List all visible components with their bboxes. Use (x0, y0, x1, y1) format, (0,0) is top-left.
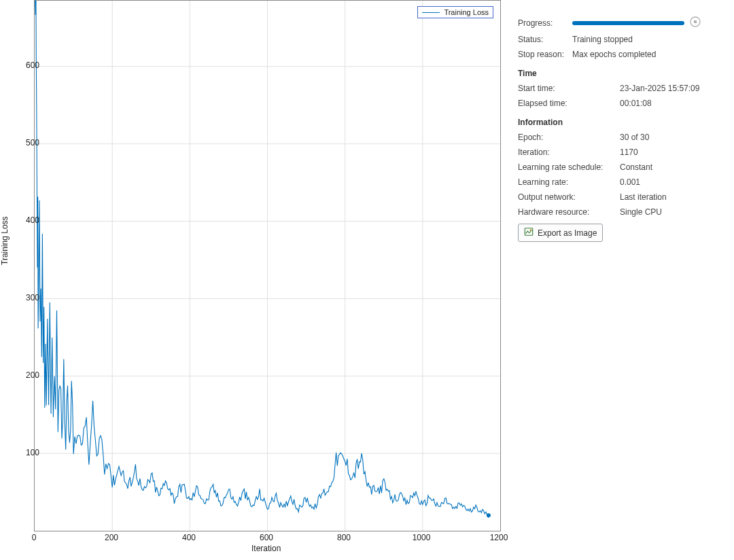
epoch-row: Epoch: 30 of 30 (518, 133, 729, 142)
training-info-panel: Progress: Status: Training stopped Stop … (518, 16, 729, 242)
svg-point-15 (530, 229, 531, 230)
output-network-row: Output network: Last iteration (518, 192, 729, 202)
ytick-400: 400 (12, 215, 39, 225)
elapsed-value: 00:01:08 (620, 99, 652, 108)
iteration-row: Iteration: 1170 (518, 147, 729, 157)
ytick-300: 300 (12, 293, 39, 302)
legend-label: Training Loss (444, 8, 489, 16)
svg-point-11 (487, 513, 491, 517)
lr-label: Learning rate: (518, 177, 620, 187)
xtick-1000: 1000 (408, 533, 435, 542)
export-image-label: Export as Image (538, 228, 597, 238)
xtick-0: 0 (20, 533, 48, 542)
iteration-label: Iteration: (518, 147, 620, 157)
epoch-label: Epoch: (518, 133, 620, 142)
x-axis-label: Iteration (251, 544, 281, 553)
stop-reason-label: Stop reason: (518, 50, 572, 59)
xtick-200: 200 (98, 533, 125, 542)
svg-rect-14 (525, 228, 532, 236)
start-time-row: Start time: 23-Jan-2025 15:57:09 (518, 84, 729, 93)
plot-svg (35, 1, 500, 531)
epoch-value: 30 of 30 (620, 133, 649, 142)
status-label: Status: (518, 35, 572, 44)
hardware-row: Hardware resource: Single CPU (518, 207, 729, 217)
hardware-value: Single CPU (620, 207, 662, 217)
elapsed-label: Elapsed time: (518, 99, 620, 108)
ytick-200: 200 (12, 370, 39, 380)
output-network-label: Output network: (518, 192, 620, 202)
start-time-label: Start time: (518, 84, 620, 93)
progress-label: Progress: (518, 18, 572, 28)
export-icon (524, 227, 534, 239)
progress-bar (572, 21, 684, 25)
lr-schedule-label: Learning rate schedule: (518, 162, 620, 172)
chart-legend: Training Loss (417, 6, 493, 18)
status-row: Status: Training stopped (518, 35, 729, 44)
training-loss-chart: Training Loss 100 200 300 400 500 600 0 … (0, 0, 510, 560)
xtick-1200: 1200 (485, 533, 512, 542)
lr-value: 0.001 (620, 177, 640, 187)
lr-schedule-value: Constant (620, 162, 652, 172)
elapsed-row: Elapsed time: 00:01:08 (518, 99, 729, 108)
svg-rect-13 (694, 20, 697, 23)
y-axis-label: Training Loss (0, 216, 10, 265)
stop-icon[interactable] (690, 16, 701, 29)
export-image-button[interactable]: Export as Image (518, 224, 603, 242)
lr-row: Learning rate: 0.001 (518, 177, 729, 187)
ytick-600: 600 (12, 60, 39, 70)
legend-line (422, 12, 440, 13)
status-value: Training stopped (572, 35, 633, 44)
stop-reason-value: Max epochs completed (572, 50, 656, 59)
hardware-label: Hardware resource: (518, 207, 620, 217)
xtick-600: 600 (253, 533, 280, 542)
plot-box: Training Loss (34, 0, 501, 531)
stop-reason-row: Stop reason: Max epochs completed (518, 50, 729, 59)
ytick-500: 500 (12, 138, 39, 147)
lr-schedule-row: Learning rate schedule: Constant (518, 162, 729, 172)
time-header: Time (518, 69, 729, 78)
output-network-value: Last iteration (620, 192, 667, 202)
xtick-400: 400 (175, 533, 203, 542)
xtick-800: 800 (330, 533, 357, 542)
ytick-100: 100 (12, 448, 39, 457)
info-header: Information (518, 118, 729, 127)
progress-row: Progress: (518, 16, 729, 29)
start-time-value: 23-Jan-2025 15:57:09 (620, 84, 699, 93)
iteration-value: 1170 (620, 147, 638, 157)
